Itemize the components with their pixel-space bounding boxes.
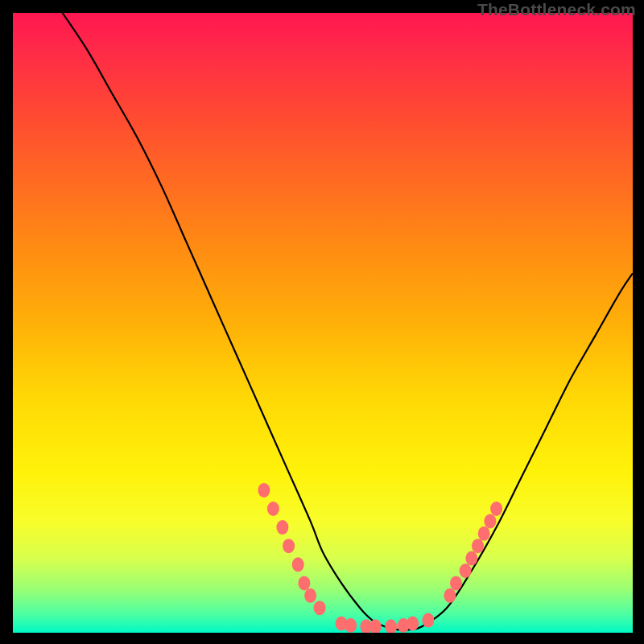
bottleneck-curve: [63, 13, 633, 630]
dot-markers-group: [258, 483, 502, 633]
dot-marker: [298, 576, 310, 590]
dot-marker: [292, 557, 304, 572]
dot-marker: [484, 514, 496, 528]
dot-marker: [314, 601, 326, 615]
dot-marker: [267, 502, 279, 516]
dot-marker: [276, 520, 288, 535]
chart-svg: [13, 13, 633, 633]
chart-container: TheBottleneck.com: [0, 0, 644, 644]
dot-marker: [478, 526, 490, 541]
dot-marker: [465, 551, 477, 566]
dot-marker: [407, 617, 419, 631]
dot-marker: [258, 483, 270, 497]
plot-area: [13, 13, 634, 634]
dot-marker: [369, 619, 382, 633]
dot-marker: [444, 588, 456, 603]
dot-marker: [460, 564, 472, 578]
attribution-text: TheBottleneck.com: [477, 0, 636, 19]
dot-marker: [472, 539, 484, 553]
dot-marker: [304, 588, 316, 603]
dot-marker: [450, 576, 462, 590]
dot-marker: [345, 618, 357, 633]
dot-marker: [490, 502, 502, 516]
dot-marker: [385, 619, 397, 633]
dot-marker: [422, 613, 434, 628]
dot-marker: [283, 539, 295, 553]
